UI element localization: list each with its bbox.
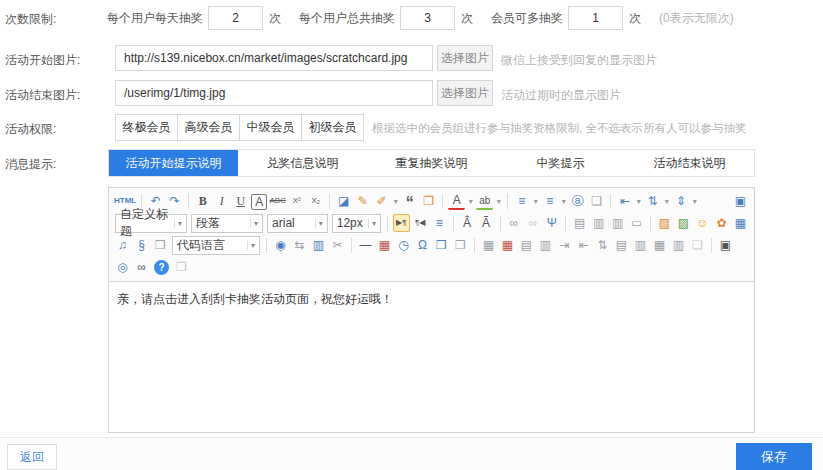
tab-redeem-info[interactable]: 兑奖信息说明: [238, 150, 367, 176]
time-icon[interactable]: ◷: [395, 236, 412, 254]
date-icon[interactable]: ▦: [376, 236, 393, 254]
split-rows-icon[interactable]: ▤: [613, 236, 630, 254]
tab-activity-start-note[interactable]: 活动开始提示说明: [109, 150, 238, 176]
total-input[interactable]: [400, 6, 455, 30]
paste-icon[interactable]: ❐: [173, 258, 190, 276]
split-cols-icon[interactable]: ▥: [632, 236, 649, 254]
back-button[interactable]: 返回: [7, 444, 57, 470]
bold-icon[interactable]: B: [194, 192, 211, 210]
image-align-center-icon[interactable]: ▥: [590, 214, 607, 232]
rtl-icon[interactable]: ¶◀: [412, 214, 429, 232]
strikethrough-icon[interactable]: ABC: [269, 192, 286, 210]
custom-title-select[interactable]: 自定义标题▾: [115, 214, 187, 233]
page-doc-icon[interactable]: ❏: [689, 236, 706, 254]
paragraph-spacing-icon[interactable]: ⇅: [644, 192, 661, 210]
save-button[interactable]: 保存: [736, 443, 812, 470]
superscript-icon[interactable]: X²: [288, 192, 305, 210]
indent-icon[interactable]: ⇤: [616, 192, 633, 210]
merge-cells-icon[interactable]: ⇅: [594, 236, 611, 254]
lowercase-icon[interactable]: Ã: [478, 214, 495, 232]
font-color-icon[interactable]: A: [448, 193, 465, 210]
attachment-icon[interactable]: §: [133, 236, 150, 254]
line-spacing-icon[interactable]: ⇕: [672, 192, 689, 210]
editor-content[interactable]: 亲，请点击进入刮刮卡抽奖活动页面，祝您好运哦！: [109, 282, 754, 437]
tab-activity-end-note[interactable]: 活动结束说明: [625, 150, 754, 176]
special-char-icon[interactable]: Ω: [414, 236, 431, 254]
start-image-input[interactable]: [115, 45, 433, 71]
dropdown-caret-icon[interactable]: ▾: [466, 197, 475, 206]
underline-icon[interactable]: U: [232, 192, 249, 210]
end-image-pick-button[interactable]: 选择图片: [437, 80, 493, 106]
image-align-right-icon[interactable]: ▥: [609, 214, 626, 232]
insert-col-icon[interactable]: ⇤: [575, 236, 592, 254]
preview-icon[interactable]: ◎: [114, 258, 131, 276]
image-align-block-icon[interactable]: ▭: [628, 214, 645, 232]
insert-row-icon[interactable]: ⇥: [556, 236, 573, 254]
end-image-input[interactable]: [115, 80, 433, 106]
highlight-color-icon[interactable]: ab: [476, 193, 493, 210]
blank-doc-icon[interactable]: ❏: [588, 192, 605, 210]
dropdown-caret-icon[interactable]: ▾: [690, 197, 699, 206]
fullscreen-icon[interactable]: ▣: [732, 192, 749, 210]
insert-table-icon[interactable]: ▦: [480, 236, 497, 254]
help-icon[interactable]: ?: [154, 260, 169, 275]
paragraph-select[interactable]: 段落▾: [191, 214, 263, 233]
dropdown-caret-icon[interactable]: ▾: [494, 197, 503, 206]
ltr-icon[interactable]: ▶¶: [393, 214, 410, 232]
anchor-icon[interactable]: ⓐ: [569, 192, 586, 210]
member-level-ultimate[interactable]: 终极会员: [115, 114, 178, 141]
format-brush-icon[interactable]: ✎: [354, 192, 371, 210]
member-level-high[interactable]: 高级会员: [177, 114, 240, 141]
ordered-list-icon[interactable]: ≡: [513, 192, 530, 210]
music-icon[interactable]: ♫: [114, 236, 131, 254]
columns-icon[interactable]: ▥: [310, 236, 327, 254]
font-size-select[interactable]: 12px▾: [332, 214, 381, 233]
dropdown-caret-icon[interactable]: ▾: [662, 197, 671, 206]
document-icon[interactable]: ❒: [452, 236, 469, 254]
template-icon[interactable]: ❒: [433, 236, 450, 254]
uppercase-icon[interactable]: Â: [459, 214, 476, 232]
per-day-input[interactable]: [208, 6, 263, 30]
map-icon[interactable]: ◉: [272, 236, 289, 254]
font-family-select[interactable]: arial▾: [267, 214, 328, 233]
unordered-list-icon[interactable]: ≡: [541, 192, 558, 210]
member-extra-input[interactable]: [568, 6, 623, 30]
image-manager-icon[interactable]: ▨: [675, 214, 692, 232]
link-icon[interactable]: ∞: [505, 214, 522, 232]
italic-icon[interactable]: I: [213, 192, 230, 210]
border-text-icon[interactable]: A: [251, 194, 267, 210]
delete-table-icon[interactable]: ▦: [499, 236, 516, 254]
member-level-junior[interactable]: 初级会员: [301, 114, 364, 141]
table-title-icon[interactable]: ▤: [518, 236, 535, 254]
dropdown-caret-icon[interactable]: ▾: [634, 197, 643, 206]
code-language-select[interactable]: 代码语言▾: [172, 236, 260, 255]
dropdown-caret-icon[interactable]: ▾: [531, 197, 540, 206]
auto-typeset-icon[interactable]: ✐: [373, 192, 390, 210]
eraser-icon[interactable]: ◪: [335, 192, 352, 210]
insert-code-icon[interactable]: ❒: [152, 236, 169, 254]
insert-image-icon[interactable]: ▨: [656, 214, 673, 232]
anchor2-icon[interactable]: Ψ: [543, 214, 560, 232]
dropdown-caret-icon[interactable]: ▾: [391, 197, 400, 206]
tab-win-prompt[interactable]: 中奖提示: [496, 150, 625, 176]
print-icon[interactable]: ▣: [717, 236, 734, 254]
table-full-icon[interactable]: ▦: [651, 236, 668, 254]
emotion-icon[interactable]: ☺: [694, 214, 711, 232]
subscript-icon[interactable]: X₂: [307, 192, 324, 210]
scrawl-icon[interactable]: ✿: [713, 214, 730, 232]
paste-text-icon[interactable]: ❐: [420, 192, 437, 210]
start-image-pick-button[interactable]: 选择图片: [437, 45, 493, 71]
unlink-icon[interactable]: ∞: [524, 214, 541, 232]
horizontal-rule-icon[interactable]: —: [357, 236, 374, 254]
search-replace-icon[interactable]: ∞: [133, 258, 150, 276]
table-sort-icon[interactable]: ▥: [670, 236, 687, 254]
image-align-left-icon[interactable]: ▤: [571, 214, 588, 232]
dropdown-caret-icon[interactable]: ▾: [559, 197, 568, 206]
snapshot-icon[interactable]: ✂: [329, 236, 346, 254]
member-level-middle[interactable]: 中级会员: [239, 114, 302, 141]
paragraph-format-icon[interactable]: ≡: [431, 214, 448, 232]
insert-video-icon[interactable]: ▦: [732, 214, 749, 232]
blockquote-icon[interactable]: “: [401, 192, 418, 210]
pagebreak-icon[interactable]: ⇆: [291, 236, 308, 254]
table-caption-icon[interactable]: ▥: [537, 236, 554, 254]
